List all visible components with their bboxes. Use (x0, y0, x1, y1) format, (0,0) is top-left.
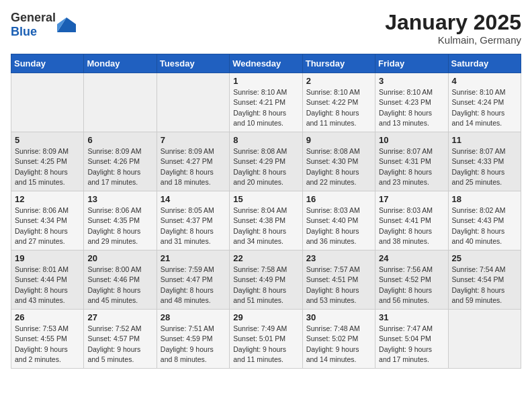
table-row (157, 73, 229, 132)
day-number: 31 (379, 312, 444, 322)
title-block: January 2025 Kulmain, Germany (385, 11, 521, 46)
page-header: General Blue January 2025 Kulmain, Germa… (11, 11, 521, 46)
table-row: 24Sunrise: 7:56 AMSunset: 4:52 PMDayligh… (375, 250, 448, 310)
day-number: 13 (87, 194, 152, 204)
table-row: 5Sunrise: 8:09 AMSunset: 4:25 PMDaylight… (11, 132, 84, 191)
day-info: Sunrise: 8:07 AMSunset: 4:31 PMDaylight:… (379, 146, 444, 187)
location: Kulmain, Germany (385, 34, 521, 46)
day-number: 22 (233, 253, 298, 263)
day-info: Sunrise: 7:52 AMSunset: 4:57 PMDaylight:… (87, 324, 152, 365)
table-row: 29Sunrise: 7:49 AMSunset: 5:01 PMDayligh… (230, 310, 302, 369)
day-info: Sunrise: 8:03 AMSunset: 4:41 PMDaylight:… (379, 205, 444, 246)
table-row: 7Sunrise: 8:09 AMSunset: 4:27 PMDaylight… (157, 132, 229, 191)
logo: General Blue (11, 11, 76, 39)
day-info: Sunrise: 8:01 AMSunset: 4:44 PMDaylight:… (15, 265, 80, 306)
day-number: 23 (306, 253, 371, 263)
table-row: 17Sunrise: 8:03 AMSunset: 4:41 PMDayligh… (375, 191, 448, 250)
table-row: 3Sunrise: 8:10 AMSunset: 4:23 PMDaylight… (375, 73, 448, 132)
day-info: Sunrise: 8:06 AMSunset: 4:34 PMDaylight:… (15, 205, 80, 246)
header-thursday: Thursday (302, 54, 375, 73)
day-info: Sunrise: 8:10 AMSunset: 4:23 PMDaylight:… (379, 87, 444, 128)
day-number: 26 (15, 312, 80, 322)
day-info: Sunrise: 7:48 AMSunset: 5:02 PMDaylight:… (306, 324, 371, 365)
logo-blue: Blue (11, 25, 37, 38)
day-info: Sunrise: 7:56 AMSunset: 4:52 PMDaylight:… (379, 265, 444, 306)
table-row: 18Sunrise: 8:02 AMSunset: 4:43 PMDayligh… (448, 191, 521, 250)
day-number: 17 (379, 194, 444, 204)
day-info: Sunrise: 8:06 AMSunset: 4:35 PMDaylight:… (87, 205, 152, 246)
table-row: 31Sunrise: 7:47 AMSunset: 5:04 PMDayligh… (375, 310, 448, 369)
day-info: Sunrise: 7:59 AMSunset: 4:47 PMDaylight:… (161, 265, 226, 306)
day-info: Sunrise: 8:03 AMSunset: 4:40 PMDaylight:… (306, 205, 371, 246)
day-info: Sunrise: 8:07 AMSunset: 4:33 PMDaylight:… (452, 146, 517, 187)
day-number: 30 (306, 312, 371, 322)
table-row: 27Sunrise: 7:52 AMSunset: 4:57 PMDayligh… (84, 310, 157, 369)
table-row: 13Sunrise: 8:06 AMSunset: 4:35 PMDayligh… (84, 191, 157, 250)
header-saturday: Saturday (448, 54, 521, 73)
table-row: 28Sunrise: 7:51 AMSunset: 4:59 PMDayligh… (157, 310, 229, 369)
day-info: Sunrise: 8:09 AMSunset: 4:25 PMDaylight:… (15, 146, 80, 187)
table-row: 6Sunrise: 8:09 AMSunset: 4:26 PMDaylight… (84, 132, 157, 191)
day-number: 6 (87, 135, 152, 145)
day-number: 2 (306, 76, 371, 86)
logo-general: General (11, 11, 56, 24)
day-number: 27 (87, 312, 152, 322)
table-row: 2Sunrise: 8:10 AMSunset: 4:22 PMDaylight… (302, 73, 375, 132)
table-row: 22Sunrise: 7:58 AMSunset: 4:49 PMDayligh… (230, 250, 302, 310)
table-row: 11Sunrise: 8:07 AMSunset: 4:33 PMDayligh… (448, 132, 521, 191)
day-number: 29 (233, 312, 298, 322)
table-row: 19Sunrise: 8:01 AMSunset: 4:44 PMDayligh… (11, 250, 84, 310)
day-number: 14 (161, 194, 226, 204)
table-row: 21Sunrise: 7:59 AMSunset: 4:47 PMDayligh… (157, 250, 229, 310)
table-row: 9Sunrise: 8:08 AMSunset: 4:30 PMDaylight… (302, 132, 375, 191)
month-title: January 2025 (385, 11, 521, 34)
table-row: 15Sunrise: 8:04 AMSunset: 4:38 PMDayligh… (230, 191, 302, 250)
day-info: Sunrise: 7:54 AMSunset: 4:54 PMDaylight:… (452, 265, 517, 306)
header-monday: Monday (84, 54, 157, 73)
day-number: 4 (452, 76, 517, 86)
logo-text: General Blue (11, 11, 56, 39)
day-info: Sunrise: 8:02 AMSunset: 4:43 PMDaylight:… (452, 205, 517, 246)
calendar-week-row: 12Sunrise: 8:06 AMSunset: 4:34 PMDayligh… (11, 191, 521, 250)
table-row: 4Sunrise: 8:10 AMSunset: 4:24 PMDaylight… (448, 73, 521, 132)
table-row: 30Sunrise: 7:48 AMSunset: 5:02 PMDayligh… (302, 310, 375, 369)
day-info: Sunrise: 7:51 AMSunset: 4:59 PMDaylight:… (161, 324, 226, 365)
day-info: Sunrise: 8:10 AMSunset: 4:22 PMDaylight:… (306, 87, 371, 128)
table-row (84, 73, 157, 132)
day-info: Sunrise: 8:09 AMSunset: 4:27 PMDaylight:… (161, 146, 226, 187)
day-number: 25 (452, 253, 517, 263)
calendar-week-row: 5Sunrise: 8:09 AMSunset: 4:25 PMDaylight… (11, 132, 521, 191)
header-sunday: Sunday (11, 54, 84, 73)
calendar-header-row: Sunday Monday Tuesday Wednesday Thursday… (11, 54, 521, 73)
header-friday: Friday (375, 54, 448, 73)
day-info: Sunrise: 8:08 AMSunset: 4:29 PMDaylight:… (233, 146, 298, 187)
day-number: 3 (379, 76, 444, 86)
day-number: 9 (306, 135, 371, 145)
table-row: 8Sunrise: 8:08 AMSunset: 4:29 PMDaylight… (230, 132, 302, 191)
day-info: Sunrise: 7:58 AMSunset: 4:49 PMDaylight:… (233, 265, 298, 306)
day-info: Sunrise: 7:57 AMSunset: 4:51 PMDaylight:… (306, 265, 371, 306)
day-info: Sunrise: 7:53 AMSunset: 4:55 PMDaylight:… (15, 324, 80, 365)
day-number: 8 (233, 135, 298, 145)
day-number: 20 (87, 253, 152, 263)
day-number: 24 (379, 253, 444, 263)
day-number: 15 (233, 194, 298, 204)
day-info: Sunrise: 8:10 AMSunset: 4:21 PMDaylight:… (233, 87, 298, 128)
day-number: 18 (452, 194, 517, 204)
day-number: 1 (233, 76, 298, 86)
table-row: 23Sunrise: 7:57 AMSunset: 4:51 PMDayligh… (302, 250, 375, 310)
header-wednesday: Wednesday (230, 54, 302, 73)
table-row: 10Sunrise: 8:07 AMSunset: 4:31 PMDayligh… (375, 132, 448, 191)
day-number: 16 (306, 194, 371, 204)
day-number: 11 (452, 135, 517, 145)
day-info: Sunrise: 8:05 AMSunset: 4:37 PMDaylight:… (161, 205, 226, 246)
day-number: 7 (161, 135, 226, 145)
day-info: Sunrise: 8:04 AMSunset: 4:38 PMDaylight:… (233, 205, 298, 246)
day-info: Sunrise: 8:08 AMSunset: 4:30 PMDaylight:… (306, 146, 371, 187)
day-info: Sunrise: 8:09 AMSunset: 4:26 PMDaylight:… (87, 146, 152, 187)
day-number: 5 (15, 135, 80, 145)
calendar-week-row: 19Sunrise: 8:01 AMSunset: 4:44 PMDayligh… (11, 250, 521, 310)
day-number: 21 (161, 253, 226, 263)
day-number: 10 (379, 135, 444, 145)
table-row: 14Sunrise: 8:05 AMSunset: 4:37 PMDayligh… (157, 191, 229, 250)
